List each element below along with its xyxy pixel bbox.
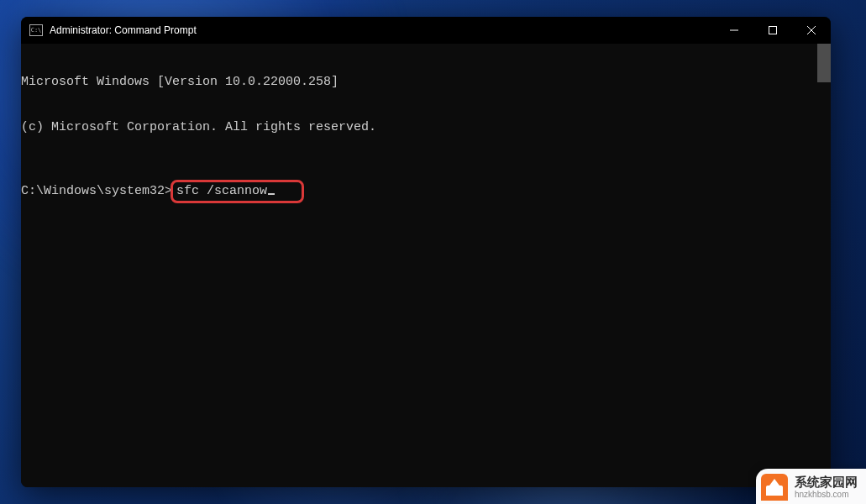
scrollbar-thumb[interactable] — [817, 44, 831, 82]
maximize-icon — [769, 26, 777, 34]
cmd-icon: C:\ — [29, 24, 43, 36]
typed-command: sfc /scannow — [176, 184, 267, 199]
watermark-title: 系统家园网 — [795, 475, 858, 490]
version-line: Microsoft Windows [Version 10.0.22000.25… — [21, 75, 831, 90]
close-icon — [807, 26, 816, 34]
watermark-badge: 系统家园网 hnzkhbsb.com — [756, 469, 866, 504]
close-button[interactable] — [792, 17, 831, 44]
watermark-url: hnzkhbsb.com — [795, 490, 858, 499]
prompt-line: C:\Windows\system32>sfc /scannow — [21, 180, 831, 203]
window-controls — [715, 17, 831, 44]
copyright-line: (c) Microsoft Corporation. All rights re… — [21, 120, 831, 135]
svg-rect-1 — [769, 27, 777, 34]
titlebar[interactable]: C:\ Administrator: Command Prompt — [21, 17, 831, 44]
command-highlight: sfc /scannow — [171, 180, 304, 203]
minimize-button[interactable] — [715, 17, 753, 44]
window-title: Administrator: Command Prompt — [50, 24, 197, 36]
maximize-button[interactable] — [753, 17, 792, 44]
minimize-icon — [730, 26, 738, 34]
prompt-path: C:\Windows\system32> — [21, 184, 172, 199]
house-icon — [761, 474, 788, 501]
text-cursor — [268, 193, 275, 195]
terminal-output[interactable]: Microsoft Windows [Version 10.0.22000.25… — [21, 44, 831, 487]
command-prompt-window: C:\ Administrator: Command Prompt Micros… — [21, 17, 831, 487]
